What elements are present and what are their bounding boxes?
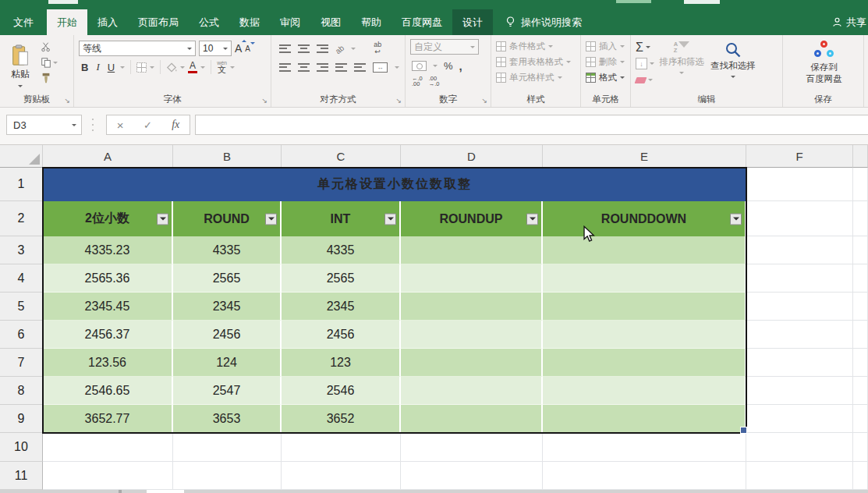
tab-review[interactable]: 审阅 [270,9,310,35]
cell-C9[interactable]: 3652 [282,405,401,433]
cell-D9[interactable] [401,405,543,433]
cell-A11[interactable] [43,462,173,490]
cell-C3[interactable]: 4335 [282,236,401,264]
save-to-baidu-button[interactable]: 保存到 百度网盘 [788,39,860,85]
cut-button[interactable] [41,41,58,52]
top-align-button[interactable] [279,44,291,53]
cell-F8[interactable] [746,377,853,405]
cell-B6[interactable]: 2456 [173,321,282,349]
clipboard-dialog-launcher[interactable]: ↘ [64,98,70,105]
row-header-9[interactable]: 9 [0,405,43,433]
font-color-dropdown-arrow[interactable] [200,66,205,71]
tab-file[interactable]: 文件 [0,9,47,35]
align-left-button[interactable] [279,63,291,72]
fill-color-icon[interactable] [166,62,177,73]
cell-D11[interactable] [401,462,543,490]
grow-font-button[interactable]: A [235,42,242,55]
cell-D5[interactable] [401,293,543,321]
comma-style-button[interactable]: , [459,59,462,73]
autosum-button[interactable]: Σ [636,41,654,54]
cell-F1[interactable] [746,168,853,201]
row-header-10[interactable]: 10 [0,433,43,462]
cell-B9[interactable]: 3653 [173,405,282,433]
delete-cells-button[interactable]: 删除 [586,56,627,68]
find-select-button[interactable]: 查找和选择 [709,39,757,94]
cell-E3[interactable] [543,236,746,264]
cell-C11[interactable] [282,462,401,490]
row-header-2[interactable]: 2 [0,201,43,236]
cell-A3[interactable]: 4335.23 [43,236,173,264]
format-cells-button[interactable]: 格式 [586,72,627,83]
cell-C8[interactable]: 2546 [282,377,401,405]
cell-B3[interactable]: 4335 [173,236,282,264]
cell-styles-button[interactable]: 单元格样式 [496,72,577,83]
cell-F5[interactable] [746,293,853,321]
row-header-8[interactable]: 8 [0,377,43,405]
cell-E5[interactable] [543,293,746,321]
cell-D4[interactable] [401,264,543,293]
filter-button-B[interactable] [265,213,277,225]
accounting-dropdown-arrow[interactable] [433,65,438,69]
phonetic-dropdown-arrow[interactable] [230,66,235,71]
col-header-B[interactable]: B [173,145,282,168]
cell-C10[interactable] [282,433,401,462]
tab-help[interactable]: 帮助 [351,9,391,35]
cell-F11[interactable] [746,462,853,490]
conditional-formatting-button[interactable]: 条件格式 [496,41,577,52]
cell-E9[interactable] [543,405,746,433]
font-color-button[interactable]: A [188,61,197,73]
insert-function-button[interactable]: fx [172,119,179,131]
cell-F9[interactable] [746,405,853,433]
cell-A2[interactable]: 2位小数 [43,201,173,236]
cell-C4[interactable]: 2565 [282,264,401,293]
tab-view[interactable]: 视图 [310,9,351,35]
increase-decimal-button[interactable]: ←.0 .00 [412,76,423,87]
sort-filter-button[interactable]: AZ 排序和筛选 [657,39,706,94]
cell-B10[interactable] [173,433,282,462]
share-button[interactable]: 共享 [831,9,868,35]
cell-A4[interactable]: 2565.36 [43,264,173,293]
cell-F7[interactable] [746,349,853,377]
bottom-align-button[interactable] [317,44,328,53]
font-dialog-launcher[interactable]: ↘ [261,98,267,105]
tab-design[interactable]: 设计 [452,9,493,35]
tab-data[interactable]: 数据 [229,9,270,35]
cell-B8[interactable]: 2547 [173,377,282,405]
cell-C5[interactable]: 2345 [282,293,401,321]
row-header-4[interactable]: 4 [0,264,43,293]
orientation-dropdown-arrow[interactable] [351,48,356,52]
merge-center-button[interactable]: ↔ [373,62,388,73]
accounting-format-icon[interactable] [412,61,427,71]
cancel-button[interactable]: × [117,119,124,132]
merge-dropdown-arrow[interactable] [395,66,399,71]
col-header-D[interactable]: D [401,145,543,168]
cell-D6[interactable] [401,321,543,349]
cell-F2[interactable] [746,201,853,236]
increase-indent-button[interactable] [354,63,366,72]
cell-F6[interactable] [746,321,853,349]
enter-button[interactable]: ✓ [143,119,152,131]
cell-E11[interactable] [543,462,746,490]
tab-formulas[interactable]: 公式 [189,9,229,35]
col-header-A[interactable]: A [43,145,173,168]
cell-E4[interactable] [543,264,746,293]
tab-insert[interactable]: 插入 [87,9,128,35]
cell-E10[interactable] [543,433,746,462]
cell-A7[interactable]: 123.56 [43,349,173,377]
filter-button-C[interactable] [384,213,396,225]
percent-style-button[interactable]: % [444,60,453,72]
cell-C2[interactable]: INT [282,201,401,236]
format-as-table-button[interactable]: 套用表格格式 [496,56,577,68]
tab-page-layout[interactable]: 页面布局 [128,9,189,35]
borders-dropdown-arrow[interactable] [150,66,154,71]
formula-input[interactable] [195,115,868,135]
insert-cells-button[interactable]: 插入 [586,41,627,52]
col-header-E[interactable]: E [543,145,746,168]
paste-dropdown-arrow[interactable] [18,85,23,90]
cell-B5[interactable]: 2345 [173,293,282,321]
cell-A5[interactable]: 2345.45 [43,293,173,321]
formula-bar-grip[interactable] [92,119,94,131]
copy-dropdown-arrow[interactable] [53,62,58,66]
orientation-button[interactable]: ab [335,41,344,55]
tell-me-search[interactable]: 操作说明搜索 [505,9,582,35]
